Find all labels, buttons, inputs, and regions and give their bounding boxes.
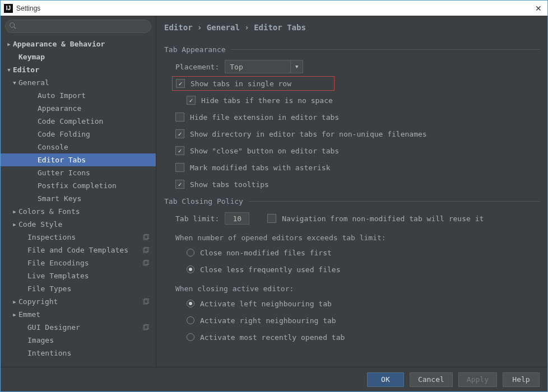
profile-icon [142, 234, 149, 241]
checkbox-nav-reuse[interactable]: ✓ [267, 214, 276, 223]
label-mark-modified: Mark modified tabs with asterisk [190, 164, 330, 172]
label-show-close: Show "close" button on editor tabs [190, 147, 339, 155]
row-act-left: Activate left neighbouring tab [187, 296, 540, 311]
checkbox-hide-extension[interactable]: ✓ [175, 113, 184, 122]
row-hide-no-space: ✓ Hide tabs if there is no space [187, 93, 540, 108]
tree-general[interactable]: ▼General [1, 76, 156, 89]
label-act-left: Activate left neighbouring tab [200, 300, 332, 308]
placement-value: Top [225, 63, 290, 71]
checkbox-show-directory[interactable]: ✓ [175, 129, 184, 138]
checkbox-hide-no-space[interactable]: ✓ [187, 96, 196, 105]
group-tab-appearance-label: Tab Appearance [164, 45, 226, 54]
row-act-right: Activate right neighbouring tab [187, 313, 540, 328]
close-icon[interactable]: ✕ [533, 4, 544, 13]
tree-copyright[interactable]: ▶Copyright [1, 295, 156, 308]
tree-intentions[interactable]: Intentions [1, 347, 156, 360]
tree-code-completion[interactable]: Code Completion [1, 115, 156, 128]
content: Tab Appearance Placement: Top ▼ ✓ Show t… [156, 35, 547, 367]
tree-file-code-templates[interactable]: File and Code Templates [1, 244, 156, 256]
breadcrumb: Editor › General › Editor Tabs [156, 16, 547, 35]
main-panel: Editor › General › Editor Tabs Tab Appea… [156, 16, 547, 367]
ok-button[interactable]: OK [367, 372, 404, 387]
settings-tree[interactable]: ▶Appearance & Behavior ▶Keymap ▼Editor ▼… [1, 35, 156, 367]
divider [249, 201, 540, 202]
radio-close-lfu[interactable] [187, 265, 194, 273]
apply-button[interactable]: Apply [458, 372, 497, 387]
radio-act-mru[interactable] [187, 333, 194, 341]
group-tab-closing: Tab Closing Policy [164, 197, 540, 206]
tree-console[interactable]: Console [1, 141, 156, 153]
row-show-close: ✓ Show "close" button on editor tabs [175, 143, 540, 158]
row-placement: Placement: Top ▼ [175, 59, 540, 74]
label-act-right: Activate right neighbouring tab [200, 316, 336, 325]
cancel-button[interactable]: Cancel [410, 372, 453, 387]
exceeds-head: When number of opened editors exceeds ta… [175, 234, 540, 242]
sidebar: ▶Appearance & Behavior ▶Keymap ▼Editor ▼… [1, 16, 156, 367]
radio-act-right[interactable] [187, 316, 194, 324]
titlebar: IJ Settings ✕ [1, 1, 547, 16]
group-tab-appearance: Tab Appearance [164, 45, 540, 54]
divider [231, 49, 540, 50]
dialog-body: ▶Appearance & Behavior ▶Keymap ▼Editor ▼… [1, 16, 547, 367]
row-show-single-row: ✓ Show tabs in single row [172, 76, 540, 91]
row-close-nonmod: Close non-modified files first [187, 245, 540, 260]
tree-appearance[interactable]: Appearance [1, 102, 156, 115]
checkbox-show-single-row[interactable]: ✓ [176, 79, 185, 88]
tree-live-templates[interactable]: Live Templates [1, 269, 156, 282]
group-tab-closing-label: Tab Closing Policy [164, 197, 243, 206]
label-show-single-row: Show tabs in single row [191, 80, 291, 88]
svg-line-1 [14, 27, 16, 29]
profile-icon [142, 247, 149, 254]
tree-auto-import[interactable]: Auto Import [1, 89, 156, 102]
label-nav-reuse: Navigation from non-modified tab will re… [282, 214, 484, 223]
tree-appearance-behavior[interactable]: ▶Appearance & Behavior [1, 38, 156, 50]
label-act-mru: Activate most recently opened tab [200, 333, 345, 342]
placement-select[interactable]: Top ▼ [225, 60, 303, 73]
label-close-nonmod: Close non-modified files first [200, 249, 332, 257]
tree-images[interactable]: Images [1, 334, 156, 347]
tree-gui-designer[interactable]: GUI Designer [1, 321, 156, 334]
tree-inspections[interactable]: Inspections [1, 231, 156, 244]
tree-code-folding[interactable]: Code Folding [1, 128, 156, 141]
closing-active-head: When closing active editor: [175, 284, 540, 293]
tab-limit-label: Tab limit: [175, 214, 219, 223]
dialog-footer: OK Cancel Apply Help [1, 367, 547, 391]
help-button[interactable]: Help [503, 372, 540, 387]
highlight-box: ✓ Show tabs in single row [172, 76, 335, 91]
row-close-lfu: Close less frequently used files [187, 262, 540, 277]
search-input[interactable] [5, 20, 151, 33]
checkbox-show-close[interactable]: ✓ [175, 146, 184, 155]
tree-smart-keys[interactable]: Smart Keys [1, 192, 156, 205]
row-hide-extension: ✓ Hide file extension in editor tabs [175, 110, 540, 124]
tree-editor-tabs[interactable]: Editor Tabs [1, 153, 156, 166]
window-title: Settings [16, 4, 40, 12]
tree-code-style[interactable]: ▶Code Style [1, 218, 156, 231]
row-show-tooltips: ✓ Show tabs tooltips [175, 177, 540, 192]
radio-close-nonmod[interactable] [187, 249, 194, 256]
titlebar-left: IJ Settings [4, 4, 40, 13]
label-close-lfu: Close less frequently used files [200, 265, 340, 274]
checkbox-show-tooltips[interactable]: ✓ [175, 180, 184, 189]
tree-colors-fonts[interactable]: ▶Colors & Fonts [1, 205, 156, 218]
tree-keymap[interactable]: ▶Keymap [1, 50, 156, 63]
search-wrap [1, 16, 156, 35]
row-act-mru: Activate most recently opened tab [187, 330, 540, 344]
settings-dialog: IJ Settings ✕ ▶Appearance & Behavior ▶Ke… [0, 0, 548, 392]
tree-file-types[interactable]: File Types [1, 282, 156, 295]
tree-editor[interactable]: ▼Editor [1, 63, 156, 76]
chevron-down-icon[interactable]: ▼ [290, 60, 303, 73]
tree-postfix-completion[interactable]: Postfix Completion [1, 179, 156, 192]
tab-limit-input[interactable] [225, 212, 249, 225]
svg-point-0 [10, 23, 15, 27]
tree-file-encodings[interactable]: File Encodings [1, 256, 156, 269]
placement-label: Placement: [175, 63, 219, 71]
radio-act-left[interactable] [187, 300, 194, 307]
search-icon [9, 22, 17, 30]
row-tab-limit: Tab limit: ✓ Navigation from non-modifie… [175, 211, 540, 226]
tree-gutter-icons[interactable]: Gutter Icons [1, 166, 156, 179]
tree-emmet[interactable]: ▶Emmet [1, 308, 156, 321]
profile-icon [142, 260, 149, 267]
app-icon: IJ [4, 4, 13, 13]
checkbox-mark-modified[interactable]: ✓ [175, 163, 184, 172]
label-hide-no-space: Hide tabs if there is no space [201, 96, 333, 105]
